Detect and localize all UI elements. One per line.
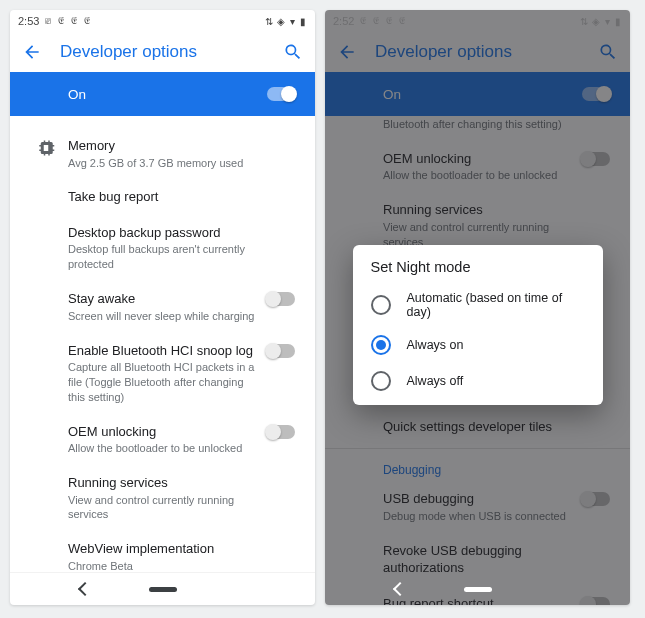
dialog-title: Set Night mode — [353, 259, 603, 283]
row-title: Desktop backup password — [68, 224, 259, 242]
master-switch-on[interactable] — [267, 87, 295, 101]
row-title: Enable Bluetooth HCI snoop log — [68, 342, 259, 360]
nav-home-pill[interactable] — [149, 587, 177, 592]
option-label: Always on — [407, 338, 464, 352]
nav-home-pill[interactable] — [464, 587, 492, 592]
radio-unchecked-icon — [371, 295, 391, 315]
row-sub: Allow the bootloader to be unlocked — [68, 441, 259, 456]
row-running-services[interactable]: Running services View and control curren… — [10, 465, 315, 531]
row-title: OEM unlocking — [68, 423, 259, 441]
row-sub: Screen will never sleep while charging — [68, 309, 259, 324]
status-left-icons: ⎚ 𝔈 𝔈 𝔈 — [45, 15, 91, 27]
row-sub: Avg 2.5 GB of 3.7 GB memory used — [68, 156, 259, 171]
status-bar: 2:53 ⎚ 𝔈 𝔈 𝔈 ⇅ ◈ ▾ ▮ — [10, 10, 315, 32]
row-title: WebView implementation — [68, 540, 259, 558]
row-stay-awake[interactable]: Stay awake Screen will never sleep while… — [10, 281, 315, 332]
row-desktop-backup-password[interactable]: Desktop backup password Desktop full bac… — [10, 215, 315, 281]
page-title: Developer options — [60, 42, 265, 62]
option-label: Always off — [407, 374, 464, 388]
row-sub: Chrome Beta — [68, 559, 259, 572]
status-right-icons: ⇅ ◈ ▾ ▮ — [265, 16, 307, 27]
master-toggle-label: On — [68, 87, 86, 102]
app-bar: Developer options — [10, 32, 315, 72]
row-title: Take bug report — [68, 188, 259, 206]
nav-back-icon[interactable] — [393, 582, 407, 596]
row-sub: Capture all Bluetooth HCI packets in a f… — [68, 360, 259, 405]
master-toggle-bar[interactable]: On — [10, 72, 315, 116]
memory-icon — [37, 139, 55, 157]
back-arrow-icon[interactable] — [22, 42, 42, 62]
radio-checked-icon — [371, 335, 391, 355]
option-automatic[interactable]: Automatic (based on time of day) — [353, 283, 603, 327]
right-phone: 2:52 𝔈 𝔈 𝔈 𝔈 ⇅ ◈ ▾ ▮ Developer options O… — [325, 10, 630, 605]
switch-stay-awake[interactable] — [267, 292, 295, 306]
option-always-off[interactable]: Always off — [353, 363, 603, 399]
switch-bt-hci[interactable] — [267, 344, 295, 358]
row-take-bug-report[interactable]: Take bug report — [10, 179, 315, 215]
row-oem-unlocking[interactable]: OEM unlocking Allow the bootloader to be… — [10, 414, 315, 465]
night-mode-dialog: Set Night mode Automatic (based on time … — [353, 245, 603, 405]
row-webview-impl[interactable]: WebView implementation Chrome Beta — [10, 531, 315, 572]
left-phone: 2:53 ⎚ 𝔈 𝔈 𝔈 ⇅ ◈ ▾ ▮ Developer options O… — [10, 10, 315, 605]
row-title: Running services — [68, 474, 259, 492]
row-bt-hci-snoop[interactable]: Enable Bluetooth HCI snoop log Capture a… — [10, 333, 315, 414]
row-title: Stay awake — [68, 290, 259, 308]
nav-bar — [10, 572, 315, 605]
search-icon[interactable] — [283, 42, 303, 62]
row-memory[interactable]: Memory Avg 2.5 GB of 3.7 GB memory used — [10, 128, 315, 179]
row-sub: View and control currently running servi… — [68, 493, 259, 523]
row-sub: Desktop full backups aren't currently pr… — [68, 242, 259, 272]
nav-back-icon[interactable] — [78, 582, 92, 596]
switch-oem[interactable] — [267, 425, 295, 439]
option-label: Automatic (based on time of day) — [407, 291, 585, 319]
row-title: Memory — [68, 137, 259, 155]
nav-bar — [325, 573, 630, 605]
settings-list: Memory Avg 2.5 GB of 3.7 GB memory used … — [10, 116, 315, 572]
radio-unchecked-icon — [371, 371, 391, 391]
status-time: 2:53 — [18, 15, 39, 27]
option-always-on[interactable]: Always on — [353, 327, 603, 363]
